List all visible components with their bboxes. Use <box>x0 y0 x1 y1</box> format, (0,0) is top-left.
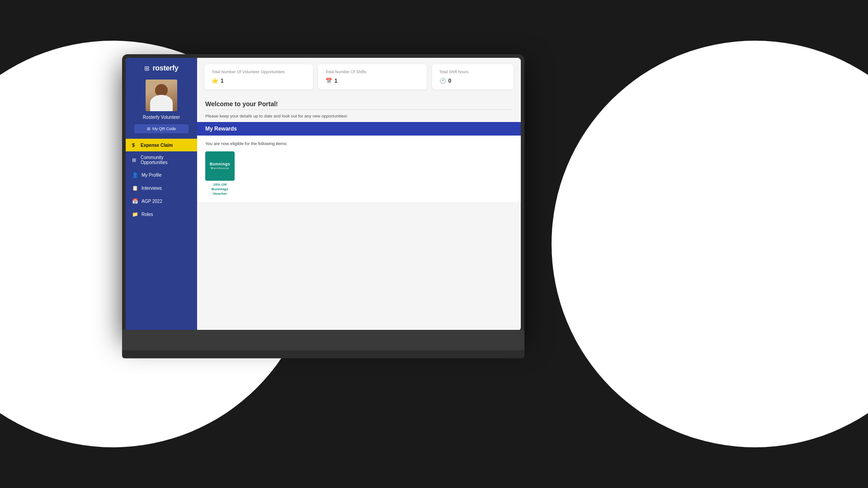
shifts-label: Total Number Of Shifts <box>326 70 420 75</box>
welcome-title: Welcome to your Portal! <box>205 100 513 108</box>
welcome-subtitle: Please keep your details up to date and … <box>205 113 513 118</box>
divider <box>205 109 513 110</box>
logo-area: ⊞ rosterfy <box>140 64 183 72</box>
nav-label-my-profile: My Profile <box>142 173 161 178</box>
welcome-section: Welcome to your Portal! Please keep your… <box>197 96 521 122</box>
rewards-description: You are now eligible for the following i… <box>205 141 513 146</box>
rewards-body: You are now eligible for the following i… <box>197 136 521 202</box>
reward-label-bunnings: 10% Off Bunnings Voucher <box>205 183 235 197</box>
nav-label-agp-2022: AGP 2022 <box>142 199 162 204</box>
opportunities-count: 1 <box>221 78 224 84</box>
avatar-image <box>146 80 177 111</box>
monitor: ⊞ rosterfy Rosterfy Volunteer ⊞ My QR Co… <box>122 54 524 334</box>
qr-icon: ⊞ <box>147 127 151 131</box>
reward-image-bunnings: Bunnings Warehouse <box>205 151 235 181</box>
monitor-foot <box>122 350 524 358</box>
qr-button-label: My QR Code <box>152 127 176 131</box>
sidebar-item-community-opportunities[interactable]: ⊞ Community Opportunities <box>126 151 197 169</box>
logo-icon: ⊞ <box>144 65 150 72</box>
sidebar-item-expense-claim[interactable]: $ Expense Claim <box>126 139 197 151</box>
monitor-bezel: ⊞ rosterfy Rosterfy Volunteer ⊞ My QR Co… <box>126 58 521 331</box>
hours-value-row: 🕐 0 <box>439 78 506 84</box>
calendar-icon: 📅 <box>132 198 138 204</box>
bunnings-name: Bunnings <box>210 162 231 167</box>
qr-code-button[interactable]: ⊞ My QR Code <box>134 124 189 133</box>
sidebar: ⊞ rosterfy Rosterfy Volunteer ⊞ My QR Co… <box>126 58 197 331</box>
grid-icon: ⊞ <box>132 157 137 163</box>
opportunities-value-row: ⭐ 1 <box>212 78 306 84</box>
avatar <box>146 80 177 111</box>
clock-icon: 🕐 <box>439 78 446 84</box>
user-icon: 👤 <box>132 172 138 178</box>
bunnings-logo: Bunnings Warehouse <box>210 162 231 170</box>
screen: ⊞ rosterfy Rosterfy Volunteer ⊞ My QR Co… <box>126 58 521 331</box>
nav-label-community-opportunities: Community Opportunities <box>141 155 191 165</box>
rewards-header: My Rewards <box>197 122 521 136</box>
star-icon: ⭐ <box>212 78 218 84</box>
reward-card-bunnings[interactable]: Bunnings Warehouse 10% Off Bunnings Vouc… <box>205 151 235 197</box>
stat-card-shifts: Total Number Of Shifts 📅 1 <box>318 64 427 89</box>
sidebar-item-interviews[interactable]: 📋 Interviews <box>126 182 197 195</box>
bunnings-subname: Warehouse <box>210 167 231 170</box>
logo-text: rosterfy <box>152 64 178 72</box>
sidebar-item-roles[interactable]: 📁 Roles <box>126 208 197 221</box>
nav-label-interviews: Interviews <box>142 186 162 191</box>
shifts-count: 1 <box>335 78 338 84</box>
volunteer-name: Rosterfy Volunteer <box>143 115 180 120</box>
shifts-value-row: 📅 1 <box>326 78 420 84</box>
sidebar-item-my-profile[interactable]: 👤 My Profile <box>126 169 197 182</box>
hours-count: 0 <box>448 78 452 84</box>
main-content: Total Number Of Volunteer Opportunities … <box>197 58 521 331</box>
calendar-shifts-icon: 📅 <box>326 78 332 84</box>
nav-label-expense-claim: Expense Claim <box>141 143 173 148</box>
monitor-stand <box>122 330 524 352</box>
nav-label-roles: Roles <box>142 212 153 217</box>
clipboard-icon: 📋 <box>132 185 138 191</box>
folder-icon: 📁 <box>132 211 138 217</box>
stat-card-opportunities: Total Number Of Volunteer Opportunities … <box>204 64 313 89</box>
sidebar-item-agp-2022[interactable]: 📅 AGP 2022 <box>126 195 197 208</box>
stats-row: Total Number Of Volunteer Opportunities … <box>197 58 521 96</box>
stat-card-hours: Total Shift hours 🕐 0 <box>432 64 514 89</box>
rewards-section: My Rewards You are now eligible for the … <box>197 122 521 331</box>
opportunities-label: Total Number Of Volunteer Opportunities <box>212 70 306 75</box>
dollar-icon: $ <box>132 142 137 148</box>
hours-label: Total Shift hours <box>439 70 506 75</box>
